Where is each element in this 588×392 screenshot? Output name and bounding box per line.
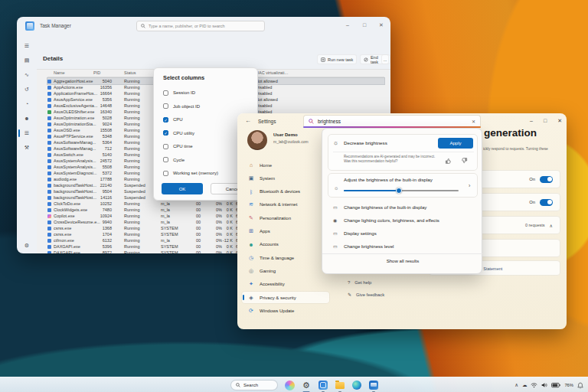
- processes-icon[interactable]: ▤: [17, 54, 37, 67]
- avatar[interactable]: [247, 130, 267, 150]
- sidebar-item-accounts[interactable]: ☻Accounts: [242, 239, 329, 250]
- tray-chevron-icon[interactable]: ∧: [514, 382, 518, 388]
- users-icon[interactable]: ☻: [17, 113, 37, 125]
- slider-thumb[interactable]: [396, 188, 402, 194]
- user-name: User Demo: [273, 132, 298, 137]
- services-icon[interactable]: ⚒: [17, 142, 37, 154]
- search-result-item[interactable]: ▭Display settings: [322, 227, 483, 240]
- task-manager-search-input[interactable]: Type a name, publisher, or PID to search: [136, 21, 265, 31]
- more-options-button[interactable]: ...: [381, 54, 389, 64]
- result-label: Display settings: [344, 230, 377, 236]
- checkbox[interactable]: ✓: [163, 130, 168, 136]
- sidebar-item-windows-update[interactable]: ⟳Windows Update: [242, 305, 329, 316]
- back-button[interactable]: ←: [245, 117, 251, 124]
- task-manager-titlebar[interactable]: Task Manager Type a name, publisher, or …: [17, 17, 390, 35]
- checkbox[interactable]: [163, 103, 168, 109]
- result-label: Change brightness level: [344, 243, 394, 249]
- apply-button[interactable]: Apply: [438, 138, 473, 149]
- cell-status: Running: [124, 133, 140, 139]
- minimize-button[interactable]: –: [341, 20, 354, 31]
- taskbar-search-box[interactable]: Search: [230, 380, 278, 390]
- ok-button[interactable]: OK: [162, 183, 203, 194]
- cell-pid: 5364: [103, 139, 112, 145]
- chevron-right-icon[interactable]: ›: [469, 183, 470, 188]
- personalization-icon: ✎: [248, 215, 254, 221]
- option-label: Cycle: [173, 158, 185, 162]
- performance-icon[interactable]: ∿: [17, 69, 37, 81]
- cell-cpu: 00: [196, 225, 201, 231]
- checkbox[interactable]: ✓: [163, 117, 168, 122]
- column-option-job-object-id[interactable]: Job object ID: [163, 102, 251, 111]
- menu-icon[interactable]: ☰: [17, 40, 37, 52]
- checkbox[interactable]: [163, 90, 168, 96]
- cell-name: AppActions.exe: [54, 84, 83, 90]
- copilot-icon[interactable]: [284, 380, 295, 390]
- toggle-switch[interactable]: [540, 176, 553, 183]
- battery-icon[interactable]: [551, 382, 560, 388]
- file-explorer-icon[interactable]: [335, 380, 345, 390]
- sidebar-item-bluetooth-devices[interactable]: ᛒBluetooth & devices: [242, 186, 329, 198]
- volume-icon[interactable]: [541, 382, 547, 388]
- thumbs-up-icon[interactable]: [445, 158, 451, 164]
- sidebar-item-system[interactable]: ▣System: [242, 172, 329, 184]
- search-result-item[interactable]: ▭Change brightness level: [322, 240, 483, 253]
- app-window-icon[interactable]: [368, 380, 379, 390]
- chevron-up-icon[interactable]: ∧: [550, 223, 553, 228]
- sidebar-item-home[interactable]: ⌂Home: [242, 159, 329, 171]
- run-new-task-button[interactable]: Run new task: [317, 54, 357, 64]
- notification-bell-icon[interactable]: [577, 382, 583, 389]
- app-history-icon[interactable]: ↺: [17, 83, 37, 96]
- column-header[interactable]: UAC virtualizati...: [256, 70, 288, 77]
- cell-pid: 5372: [103, 170, 112, 176]
- cell-status: Running: [124, 96, 140, 103]
- column-header[interactable]: PID: [93, 70, 100, 77]
- toggle-switch[interactable]: [540, 199, 553, 206]
- sidebar-item-apps[interactable]: ⊞Apps: [242, 226, 329, 237]
- content-page-heading: generation: [484, 127, 537, 139]
- privacy-statement-link[interactable]: y Statement: [480, 266, 502, 271]
- column-option-session-id[interactable]: Session ID: [163, 88, 251, 97]
- cell-pid: 5140: [103, 152, 112, 158]
- process-icon: [47, 92, 51, 96]
- clear-search-icon[interactable]: ✕: [472, 119, 475, 124]
- cell-pid: 9024: [103, 121, 112, 127]
- settings-taskbar-icon[interactable]: ⚙: [301, 380, 312, 390]
- maximize-button[interactable]: □: [358, 20, 371, 31]
- get-help-link[interactable]: ? Get help: [348, 280, 371, 285]
- close-button[interactable]: ✕: [557, 116, 562, 126]
- edge-browser-icon[interactable]: [351, 380, 362, 390]
- toggle-state-label: On: [529, 200, 535, 204]
- wifi-icon[interactable]: [531, 382, 537, 388]
- minimize-button[interactable]: –: [530, 116, 533, 126]
- column-header[interactable]: Name: [54, 70, 65, 77]
- onedrive-cloud-icon[interactable]: ☁: [522, 382, 528, 388]
- sidebar-item-network-internet[interactable]: ≋Network & internet: [242, 199, 329, 211]
- checkbox[interactable]: [163, 144, 168, 149]
- give-feedback-link[interactable]: ✎ Give feedback: [348, 292, 384, 297]
- maximize-button[interactable]: □: [544, 116, 547, 126]
- startup-apps-icon[interactable]: ◔: [17, 98, 37, 110]
- search-result-item[interactable]: ◉Change lighting colors, brightness, and…: [322, 214, 483, 227]
- settings-search-input[interactable]: brightness ✕: [303, 115, 481, 126]
- details-icon[interactable]: ☰: [17, 127, 37, 139]
- search-result-item[interactable]: ▭Change brightness of the built-in displ…: [322, 201, 483, 214]
- sidebar-item-time-language[interactable]: ◷Time & language: [242, 252, 329, 263]
- sidebar-item-accessibility[interactable]: ✦Accessibility: [242, 279, 329, 290]
- column-header[interactable]: Status: [124, 70, 136, 77]
- close-button[interactable]: ✕: [375, 20, 387, 31]
- bluetooth-icon: ᛒ: [248, 189, 254, 194]
- requests-count: 0 requests: [525, 223, 545, 227]
- sidebar-item-gaming[interactable]: ◎Gaming: [242, 265, 329, 276]
- show-all-results-button[interactable]: Show all results: [322, 258, 483, 263]
- sidebar-item-privacy-security[interactable]: ◈Privacy & security: [242, 292, 329, 303]
- sidebar-item-personalization[interactable]: ✎Personalization: [242, 212, 329, 224]
- checkbox[interactable]: [163, 171, 168, 176]
- checkbox[interactable]: [163, 157, 168, 162]
- settings-gear-icon[interactable]: ⚙: [17, 240, 37, 252]
- cell-status: Suspended: [124, 188, 145, 194]
- thumbs-down-icon[interactable]: [462, 158, 468, 164]
- cell-status: Running: [124, 164, 140, 170]
- task-manager-taskbar-icon[interactable]: [318, 380, 328, 390]
- cell-cpu: 00: [196, 213, 201, 219]
- start-button[interactable]: [214, 381, 224, 390]
